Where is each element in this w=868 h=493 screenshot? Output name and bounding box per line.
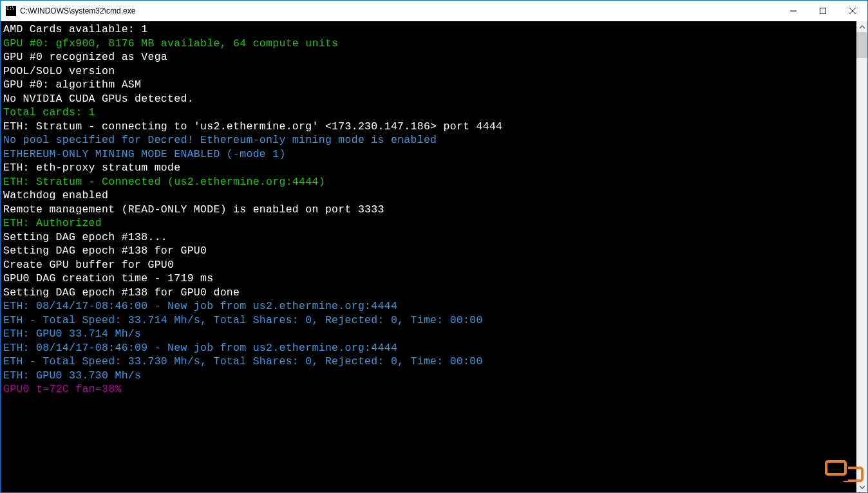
terminal-line: ETH: GPU0 33.714 Mh/s (3, 327, 853, 341)
scroll-thumb[interactable] (856, 32, 867, 58)
terminal-line: ETH - Total Speed: 33.730 Mh/s, Total Sh… (3, 355, 853, 369)
terminal-line: No pool specified for Decred! Ethereum-o… (3, 133, 853, 147)
scroll-up-button[interactable] (856, 21, 867, 32)
cmd-window: C:\WINDOWS\system32\cmd.exe AMD Cards av… (0, 0, 868, 493)
maximize-button[interactable] (808, 1, 838, 21)
terminal-line: GPU #0: algorithm ASM (3, 78, 853, 92)
chevron-up-icon (860, 24, 865, 30)
terminal-line: POOL/SOLO version (3, 64, 853, 79)
terminal-area: AMD Cards available: 1GPU #0: gfx900, 81… (1, 21, 867, 492)
maximize-icon (820, 8, 826, 14)
terminal-line: ETH: GPU0 33.730 Mh/s (3, 369, 853, 383)
svg-rect-1 (820, 8, 826, 14)
scroll-down-button[interactable] (856, 481, 867, 492)
terminal-line: ETH: 08/14/17-08:46:00 - New job from us… (3, 299, 853, 313)
terminal-line: Watchdog enabled (3, 189, 853, 203)
terminal-line: GPU #0 recognized as Vega (3, 50, 853, 64)
terminal-line: GPU #0: gfx900, 8176 MB available, 64 co… (3, 37, 853, 51)
terminal-line: GPU0 DAG creation time - 1719 ms (3, 272, 853, 286)
terminal-line: Setting DAG epoch #138... (3, 230, 853, 245)
terminal-line: ETH: eth-proxy stratum mode (3, 161, 853, 175)
close-icon (849, 8, 856, 14)
close-button[interactable] (838, 1, 867, 21)
terminal-line: GPU0 t=72C fan=38% (3, 382, 853, 396)
minimize-button[interactable] (778, 1, 808, 21)
cmd-icon (6, 6, 16, 16)
terminal-line: No NVIDIA CUDA GPUs detected. (3, 92, 853, 106)
terminal-line: ETH: Authorized (3, 216, 853, 230)
window-title: C:\WINDOWS\system32\cmd.exe (20, 6, 135, 15)
terminal-line: ETH: 08/14/17-08:46:09 - New job from us… (3, 341, 853, 355)
terminal-line: ETH: Stratum - connecting to 'us2.etherm… (3, 120, 853, 134)
terminal-line: Create GPU buffer for GPU0 (3, 258, 853, 272)
terminal-line: AMD Cards available: 1 (3, 23, 853, 37)
scroll-track[interactable] (856, 32, 867, 481)
terminal-line: Remote management (READ-ONLY MODE) is en… (3, 203, 853, 217)
terminal-line: Setting DAG epoch #138 for GPU0 done (3, 286, 853, 300)
titlebar[interactable]: C:\WINDOWS\system32\cmd.exe (1, 1, 867, 21)
vertical-scrollbar[interactable] (856, 21, 867, 492)
terminal-line: ETH - Total Speed: 33.714 Mh/s, Total Sh… (3, 313, 853, 328)
chevron-down-icon (860, 485, 865, 490)
terminal-line: ETH: Stratum - Connected (us2.ethermine.… (3, 175, 853, 189)
terminal-line: ETHEREUM-ONLY MINING MODE ENABLED (-mode… (3, 147, 853, 162)
terminal-output[interactable]: AMD Cards available: 1GPU #0: gfx900, 81… (1, 21, 856, 492)
minimize-icon (790, 8, 797, 14)
terminal-line: Total cards: 1 (3, 106, 853, 120)
terminal-line: Setting DAG epoch #138 for GPU0 (3, 244, 853, 258)
